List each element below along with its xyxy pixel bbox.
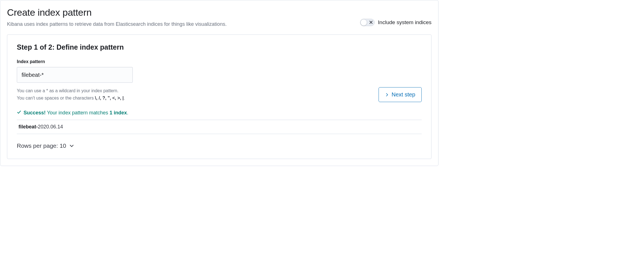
include-system-indices-toggle-wrap: Include system indices bbox=[360, 19, 431, 26]
chevron-down-icon bbox=[69, 144, 74, 148]
help-line-1: You can use a * as a wildcard in your in… bbox=[17, 87, 125, 94]
toggle-label: Include system indices bbox=[378, 19, 431, 26]
header-left: Create index pattern Kibana uses index p… bbox=[7, 7, 360, 28]
success-suffix: . bbox=[127, 110, 128, 116]
page-title: Create index pattern bbox=[7, 7, 360, 18]
match-suffix: 2020.06.14 bbox=[38, 124, 63, 130]
success-prefix: Success! bbox=[24, 110, 46, 116]
help-line-2-suffix: . bbox=[124, 96, 125, 100]
success-message: Success! Your index pattern matches 1 in… bbox=[17, 110, 422, 120]
success-count: 1 index bbox=[109, 110, 127, 116]
toggle-knob bbox=[360, 19, 367, 26]
help-line-2-prefix: You can't use spaces or the characters bbox=[17, 96, 95, 100]
success-text: Success! Your index pattern matches 1 in… bbox=[24, 110, 128, 116]
help-row: You can use a * as a wildcard in your in… bbox=[17, 87, 422, 102]
match-prefix: filebeat- bbox=[18, 124, 38, 130]
rows-per-page-text: Rows per page: 10 bbox=[17, 142, 66, 149]
help-text: You can use a * as a wildcard in your in… bbox=[17, 87, 125, 101]
success-mid: Your index pattern matches bbox=[46, 110, 109, 116]
forbidden-chars: \, /, ?, ", <, >, | bbox=[95, 96, 124, 100]
index-pattern-input[interactable] bbox=[17, 67, 133, 83]
rows-per-page-value: 10 bbox=[60, 142, 66, 149]
header-row: Create index pattern Kibana uses index p… bbox=[7, 7, 431, 28]
page-subtitle: Kibana uses index patterns to retrieve d… bbox=[7, 21, 360, 28]
chevron-right-icon bbox=[385, 93, 389, 97]
match-row: filebeat-2020.06.14 bbox=[17, 120, 422, 134]
create-index-pattern-page: Create index pattern Kibana uses index p… bbox=[0, 0, 438, 166]
next-step-button[interactable]: Next step bbox=[379, 87, 422, 102]
include-system-indices-toggle[interactable] bbox=[360, 19, 375, 26]
help-line-2: You can't use spaces or the characters \… bbox=[17, 94, 125, 102]
rows-per-page-select[interactable]: Rows per page: 10 bbox=[17, 142, 74, 149]
divider bbox=[17, 134, 422, 134]
step-heading: Step 1 of 2: Define index pattern bbox=[17, 43, 422, 51]
next-step-label: Next step bbox=[392, 91, 415, 98]
index-pattern-label: Index pattern bbox=[17, 59, 422, 64]
check-icon bbox=[17, 110, 21, 116]
close-icon bbox=[369, 20, 373, 25]
step-panel: Step 1 of 2: Define index pattern Index … bbox=[7, 34, 431, 159]
rows-per-page-label: Rows per page: bbox=[17, 142, 60, 149]
